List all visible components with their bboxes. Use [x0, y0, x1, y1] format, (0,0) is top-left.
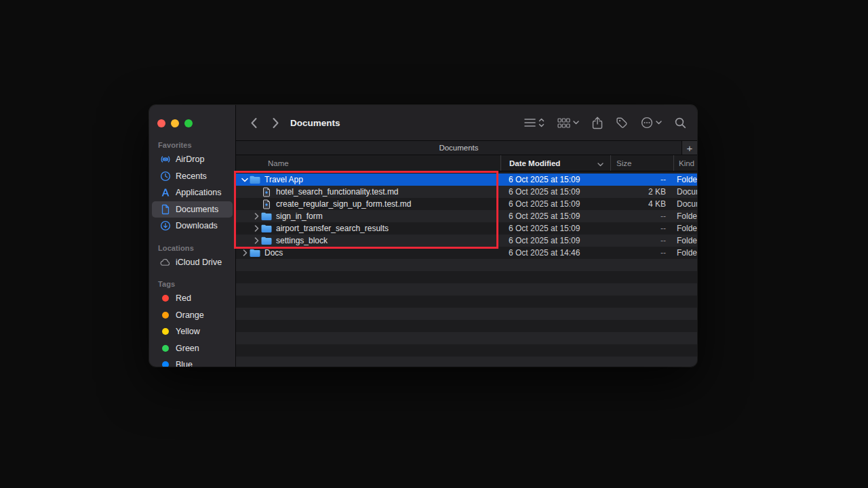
column-date-modified[interactable]: Date Modified — [500, 155, 610, 171]
disclosure-chevron-right-icon[interactable] — [252, 225, 261, 232]
column-name[interactable]: Name — [236, 155, 500, 171]
main-pane: Documents — [236, 105, 697, 367]
file-kind: Folder — [673, 211, 697, 221]
sidebar-item-airdrop[interactable]: AirDrop — [152, 151, 233, 168]
folder-icon — [250, 249, 260, 258]
date-modified: 6 Oct 2025 at 15:09 — [500, 236, 610, 245]
empty-row — [236, 332, 697, 344]
file-name: Travel App — [264, 175, 303, 184]
document-icon — [160, 204, 171, 215]
date-modified: 6 Oct 2025 at 15:09 — [500, 175, 610, 184]
tag-dot — [160, 343, 171, 354]
sidebar-item-applications[interactable]: Applications — [152, 184, 233, 201]
date-modified: 6 Oct 2025 at 15:09 — [500, 199, 610, 209]
tag-dot — [160, 310, 171, 321]
more-actions-icon[interactable] — [641, 117, 653, 129]
folder-icon — [250, 176, 260, 184]
file-name: settings_block — [276, 236, 328, 245]
list-view-icon[interactable] — [524, 118, 536, 127]
tag-dot — [160, 326, 171, 337]
sidebar-section-tags: Tags — [149, 280, 235, 288]
empty-row — [236, 259, 697, 271]
file-row-sign-in-form[interactable]: sign_in_form6 Oct 2025 at 15:09--Folder — [236, 210, 697, 222]
file-row-travel-app[interactable]: Travel App6 Oct 2025 at 15:09--Folder — [236, 174, 697, 186]
folder-icon — [261, 212, 272, 221]
date-modified: 6 Oct 2025 at 15:09 — [500, 187, 610, 197]
sidebar-item-label: Blue — [176, 360, 193, 367]
empty-row — [236, 271, 697, 283]
sidebar-item-label: Green — [176, 344, 199, 353]
search-icon[interactable] — [675, 117, 686, 129]
file-kind: Folder — [673, 248, 697, 258]
empty-row — [236, 320, 697, 332]
tag-dot — [160, 359, 171, 367]
file-size: 4 KB — [610, 199, 673, 209]
markdown-file-icon — [261, 199, 272, 209]
sort-chevron-icon — [597, 160, 604, 168]
sidebar-item-recents[interactable]: Recents — [152, 168, 233, 185]
file-size: 2 KB — [610, 187, 673, 197]
close-button[interactable] — [157, 119, 165, 127]
tag-icon[interactable] — [616, 117, 628, 129]
tag-dot — [160, 293, 171, 304]
file-size: -- — [610, 236, 673, 245]
tab-documents[interactable]: Documents — [236, 141, 682, 155]
file-row-docs[interactable]: Docs6 Oct 2025 at 14:46--Folder — [236, 247, 697, 259]
download-icon — [160, 220, 171, 231]
disclosure-chevron-down-icon[interactable] — [240, 178, 250, 182]
sidebar-item-icloud-drive[interactable]: iCloud Drive — [152, 254, 233, 271]
sidebar-item-label: Yellow — [176, 327, 200, 336]
back-button[interactable] — [245, 115, 262, 131]
file-name: sign_in_form — [276, 211, 323, 221]
empty-row — [236, 308, 697, 320]
sidebar-item-label: Orange — [176, 310, 204, 320]
folder-icon — [261, 224, 272, 233]
disclosure-chevron-right-icon[interactable] — [240, 249, 250, 256]
sidebar-item-blue[interactable]: Blue — [152, 357, 233, 367]
file-row-airport-transfer-search-results[interactable]: airport_transfer_search_results6 Oct 202… — [236, 222, 697, 235]
new-tab-button[interactable]: + — [682, 141, 697, 155]
chevron-down-icon[interactable] — [656, 121, 662, 125]
file-name: Docs — [264, 248, 283, 258]
empty-row — [236, 344, 697, 357]
forward-button[interactable] — [267, 115, 283, 131]
traffic-lights — [157, 119, 193, 127]
folder-icon — [261, 237, 272, 245]
finder-window: FavoritesAirDropRecentsApplicationsDocum… — [149, 105, 697, 367]
file-row-create-regular-sign-up-form-test-md[interactable]: create_regular_sign_up_form.test.md6 Oct… — [236, 198, 697, 210]
file-size: -- — [610, 175, 673, 184]
file-kind: Document — [673, 199, 697, 209]
column-kind[interactable]: Kind — [673, 155, 697, 171]
sidebar-item-label: Applications — [176, 188, 221, 197]
zoom-button[interactable] — [184, 119, 193, 127]
sidebar-item-label: AirDrop — [176, 155, 204, 164]
applications-icon — [160, 187, 171, 198]
file-row-settings-block[interactable]: settings_block6 Oct 2025 at 15:09--Folde… — [236, 235, 697, 247]
sidebar-item-yellow[interactable]: Yellow — [152, 323, 233, 340]
file-kind: Folder — [673, 236, 697, 245]
sidebar-item-green[interactable]: Green — [152, 340, 233, 357]
share-icon[interactable] — [592, 117, 603, 129]
file-row-hotel-search-functionality-test-md[interactable]: hotel_search_functionality.test.md6 Oct … — [236, 186, 697, 198]
chevron-down-icon[interactable] — [573, 121, 579, 125]
date-modified: 6 Oct 2025 at 14:46 — [500, 248, 610, 258]
file-size: -- — [610, 211, 673, 221]
tab-bar: Documents + — [236, 140, 697, 155]
sidebar-item-downloads[interactable]: Downloads — [152, 218, 233, 235]
file-size: -- — [610, 224, 673, 233]
sidebar-item-orange[interactable]: Orange — [152, 307, 233, 324]
file-size: -- — [610, 248, 673, 258]
column-size[interactable]: Size — [610, 155, 673, 171]
minimize-button[interactable] — [171, 119, 179, 127]
group-by-icon[interactable] — [557, 118, 570, 128]
disclosure-chevron-right-icon[interactable] — [252, 213, 261, 220]
column-header: Name Date Modified Size Kind — [236, 155, 697, 171]
sidebar-item-documents[interactable]: Documents — [152, 201, 233, 218]
view-stepper-icon[interactable] — [538, 118, 545, 127]
date-modified: 6 Oct 2025 at 15:09 — [500, 211, 610, 221]
sidebar-item-red[interactable]: Red — [152, 290, 233, 307]
airdrop-icon — [160, 154, 171, 165]
file-kind: Document — [673, 187, 697, 197]
cloud-icon — [160, 257, 171, 268]
disclosure-chevron-right-icon[interactable] — [252, 237, 261, 244]
